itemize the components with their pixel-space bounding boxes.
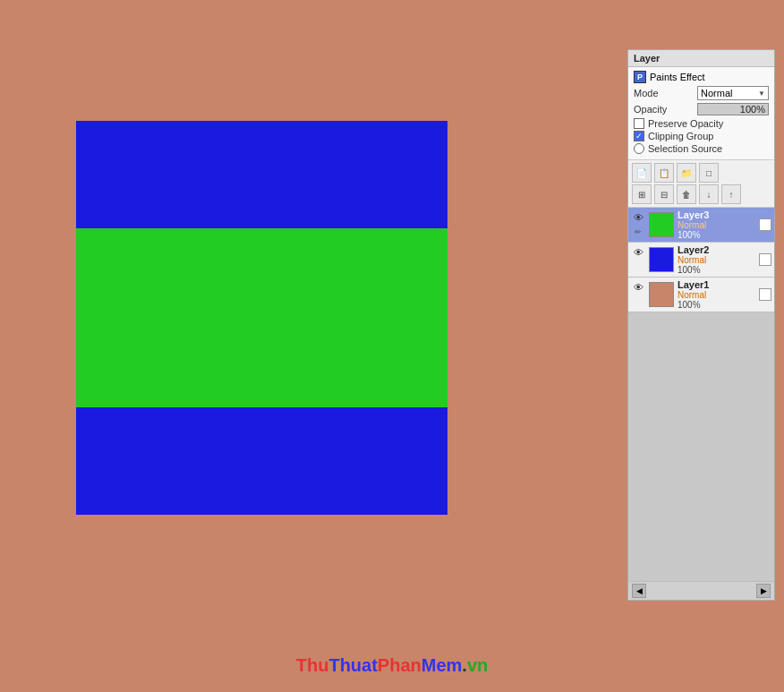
layer1-name: Layer1 [677,279,757,290]
layer3-visible-icon[interactable]: 👁 [631,210,645,225]
move-down-icon[interactable]: ↓ [699,184,719,204]
layer2-info: Layer2 Normal 100% [677,244,757,275]
folder-icon[interactable]: 📁 [677,163,696,183]
toolbar-icons: 📄 📋 📁 □ ⊞ ⊟ 🗑 ↓ ↑ [628,160,774,208]
layer-item[interactable]: 👁 Layer2 Normal 100% [628,243,774,278]
clipping-group-label: Clipping Group [648,131,713,141]
mode-dropdown[interactable]: Normal ▼ [697,86,769,100]
panel-options: P Paints Effect Mode Normal ▼ Opacity 10… [628,67,774,160]
layer2-opacity: 100% [677,265,757,275]
watermark: ThuThuatPhanMem.vn [296,655,488,676]
opacity-label: Opacity [634,104,667,115]
layer3-name: Layer3 [677,209,757,220]
layer-panel: Layer P Paints Effect Mode Normal ▼ Opac… [627,49,775,601]
merge-icon[interactable]: ⊞ [632,184,652,204]
icon-row-2: ⊞ ⊟ 🗑 ↓ ↑ [632,184,771,204]
layer3-opacity: 100% [677,230,757,240]
opacity-bar[interactable]: 100% [697,103,769,115]
layer3-thumbnail [649,212,674,237]
paints-effect-label: Paints Effect [650,72,705,82]
clipping-group-row[interactable]: ✓ Clipping Group [634,131,769,141]
layer2-visible-icon[interactable]: 👁 [631,245,645,260]
opacity-value: 100% [740,104,765,115]
canvas-blue-bot [76,407,447,515]
layer-item[interactable]: 👁 Layer1 Normal 100% [628,278,774,312]
dropdown-arrow-icon: ▼ [758,90,765,98]
mode-value: Normal [701,88,732,98]
watermark-thu: Thu [296,655,329,675]
clipping-group-checkbox[interactable]: ✓ [634,131,644,141]
mask-icon[interactable]: □ [699,163,719,183]
layer3-mode: Normal [677,220,757,230]
layer1-info: Layer1 Normal 100% [677,279,757,310]
delete-icon[interactable]: 🗑 [677,184,696,204]
layer1-lock[interactable] [759,288,771,301]
copy-layer-icon[interactable]: 📋 [654,163,674,183]
layer1-visible-icon[interactable]: 👁 [631,280,645,295]
icon-row-1: 📄 📋 📁 □ [632,163,771,183]
panel-title: Layer [628,50,774,67]
canvas-blue-top [76,121,447,228]
layer2-name: Layer2 [677,244,757,255]
layer3-lock[interactable] [759,218,771,231]
layer2-mode: Normal [677,255,757,265]
layer3-edit-icon[interactable]: ✏ [631,225,645,239]
selection-source-radio[interactable] [634,143,644,154]
watermark-vn: vn [467,655,488,675]
selection-source-row[interactable]: Selection Source [634,143,769,154]
layer1-opacity: 100% [677,300,757,310]
paints-effect-row: P Paints Effect [634,71,769,83]
opacity-row: Opacity 100% [634,103,769,115]
layer-list: 👁 ✏ Layer3 Normal 100% 👁 Layer2 Normal 1… [628,208,774,581]
new-layer-icon[interactable]: 📄 [632,163,652,183]
watermark-phan: Phan [378,655,422,675]
layer2-thumbnail [649,247,674,272]
layer2-edit-icon[interactable] [631,260,645,274]
layer2-lock[interactable] [759,253,771,266]
layer-list-empty [628,312,774,581]
watermark-thuat: Thuat [328,655,377,675]
canvas-green-mid [76,228,447,407]
selection-source-label: Selection Source [648,143,722,154]
preserve-opacity-checkbox[interactable] [634,118,644,129]
canvas [76,121,447,515]
paints-effect-icon: P [634,71,646,83]
layer1-mode: Normal [677,290,757,300]
move-up-icon[interactable]: ↑ [721,184,741,204]
preserve-opacity-label: Preserve Opacity [648,118,723,129]
layer1-thumbnail [649,282,674,307]
layer3-info: Layer3 Normal 100% [677,209,757,240]
panel-bottom-bar: ◀ ▶ [628,581,774,600]
preserve-opacity-row[interactable]: Preserve Opacity [634,118,769,129]
layer-item[interactable]: 👁 ✏ Layer3 Normal 100% [628,208,774,243]
scroll-right-icon[interactable]: ▶ [756,584,771,598]
mode-row: Mode Normal ▼ [634,86,769,100]
flatten-icon[interactable]: ⊟ [654,184,674,204]
layer1-edit-icon[interactable] [631,295,645,309]
scroll-left-icon[interactable]: ◀ [632,584,646,598]
watermark-mem: Mem [422,655,463,675]
mode-label: Mode [634,88,659,98]
